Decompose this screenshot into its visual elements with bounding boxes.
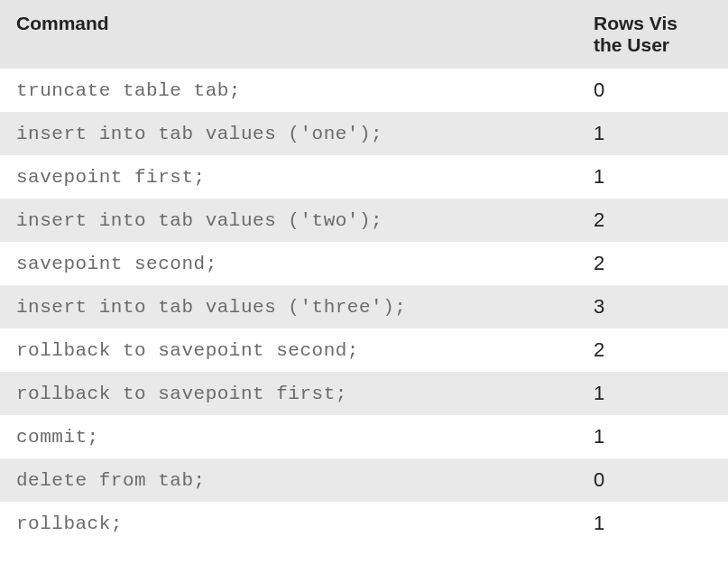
rows-cell: 2 bbox=[577, 328, 728, 372]
command-cell: delete from tab; bbox=[0, 458, 577, 502]
rows-cell: 3 bbox=[577, 285, 728, 328]
command-cell: insert into tab values ('three'); bbox=[0, 285, 577, 328]
table-row: rollback; 1 bbox=[0, 502, 728, 545]
table-row: insert into tab values ('one'); 1 bbox=[0, 112, 728, 155]
rows-cell: 1 bbox=[577, 112, 728, 155]
sql-commands-table: Command Rows Vis the User truncate table… bbox=[0, 0, 728, 545]
rows-cell: 1 bbox=[577, 502, 728, 545]
header-rows-line2: the User bbox=[594, 34, 669, 55]
table-body: truncate table tab; 0 insert into tab va… bbox=[0, 69, 728, 545]
table-row: rollback to savepoint second; 2 bbox=[0, 328, 728, 372]
command-cell: savepoint second; bbox=[0, 242, 577, 285]
rows-cell: 2 bbox=[577, 199, 728, 242]
table-row: insert into tab values ('two'); 2 bbox=[0, 199, 728, 242]
rows-cell: 1 bbox=[577, 155, 728, 199]
command-cell: insert into tab values ('two'); bbox=[0, 199, 577, 242]
header-rows-visible: Rows Vis the User bbox=[577, 0, 728, 69]
table-row: commit; 1 bbox=[0, 415, 728, 458]
header-rows-line1: Rows Vis bbox=[594, 13, 677, 33]
command-cell: commit; bbox=[0, 415, 577, 458]
command-cell: savepoint first; bbox=[0, 155, 577, 199]
command-cell: rollback to savepoint first; bbox=[0, 372, 577, 415]
rows-cell: 0 bbox=[577, 458, 728, 502]
table-row: savepoint first; 1 bbox=[0, 155, 728, 199]
command-cell: rollback; bbox=[0, 502, 577, 545]
rows-cell: 2 bbox=[577, 242, 728, 285]
rows-cell: 1 bbox=[577, 415, 728, 458]
table-row: rollback to savepoint first; 1 bbox=[0, 372, 728, 415]
command-cell: truncate table tab; bbox=[0, 69, 577, 112]
command-cell: insert into tab values ('one'); bbox=[0, 112, 577, 155]
table-row: truncate table tab; 0 bbox=[0, 69, 728, 112]
rows-cell: 1 bbox=[577, 372, 728, 415]
table-header-row: Command Rows Vis the User bbox=[0, 0, 728, 69]
table-row: insert into tab values ('three'); 3 bbox=[0, 285, 728, 328]
header-command: Command bbox=[0, 0, 577, 69]
command-cell: rollback to savepoint second; bbox=[0, 328, 577, 372]
table-row: delete from tab; 0 bbox=[0, 458, 728, 502]
table-row: savepoint second; 2 bbox=[0, 242, 728, 285]
rows-cell: 0 bbox=[577, 69, 728, 112]
